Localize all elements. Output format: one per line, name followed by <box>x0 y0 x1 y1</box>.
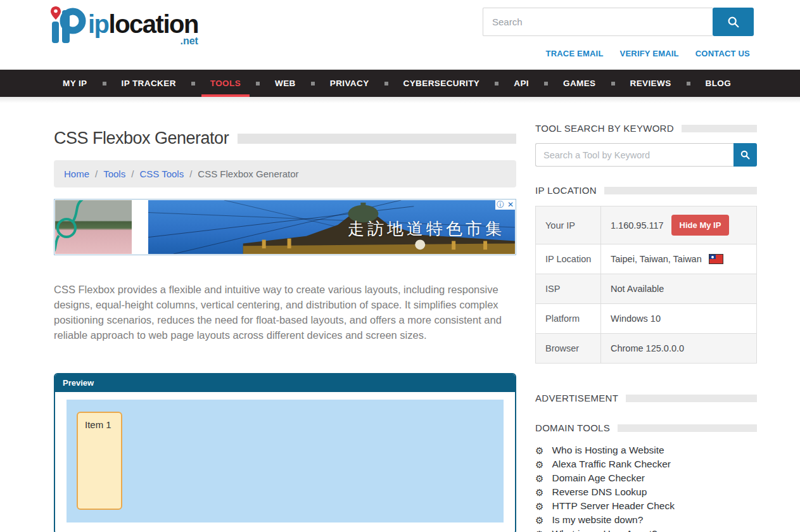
tool-description: CSS Flexbox provides a flexible and intu… <box>54 282 505 343</box>
nav-item-web[interactable]: WEB <box>266 70 305 97</box>
nav-item-ip-tracker[interactable]: IP TRACKER <box>113 70 185 97</box>
adchoices-info-icon[interactable]: ⓘ <box>495 200 505 210</box>
taiwan-flag-icon <box>709 255 723 263</box>
page-content: CSS Flexbox Generator Home / Tools / CSS… <box>0 103 800 532</box>
row-label: IP Location <box>536 244 601 274</box>
nav-separator <box>544 82 548 86</box>
list-item[interactable]: ⚙ Reverse DNS Lookup <box>535 485 757 499</box>
heading-decoration-bar <box>618 424 757 432</box>
gear-icon: ⚙ <box>535 488 543 497</box>
your-ip-value: 1.160.95.117 <box>611 220 664 231</box>
list-item[interactable]: ⚙ Domain Age Checker <box>535 471 757 485</box>
table-row-browser: Browser Chrome 125.0.0.0 <box>536 334 757 364</box>
table-row-ip-location: IP Location Taipei, Taiwan, Taiwan <box>536 244 757 274</box>
nav-item-games[interactable]: GAMES <box>554 70 605 97</box>
nav-separator <box>495 82 498 86</box>
logo-ip-icon <box>48 5 87 51</box>
row-label: Browser <box>536 334 601 364</box>
breadcrumb-home[interactable]: Home <box>64 168 89 179</box>
nav-separator <box>311 82 315 86</box>
tool-search-heading: TOOL SEARCH BY KEYWORD <box>535 123 757 134</box>
list-item[interactable]: ⚙ What is my User Agent? <box>535 527 757 532</box>
site-header: iplocation .net TRACE EMAIL VERIFY EMAIL… <box>0 0 800 70</box>
ad-controls: ⓘ ✕ <box>495 200 516 210</box>
domain-tool-link-website-down[interactable]: Is my website down? <box>552 514 643 526</box>
list-item[interactable]: ⚙ HTTP Server Header Check <box>535 499 757 513</box>
title-row: CSS Flexbox Generator <box>54 129 516 148</box>
sidebar: TOOL SEARCH BY KEYWORD IP LOCATION Your … <box>535 103 757 532</box>
domain-tools-heading: DOMAIN TOOLS <box>535 422 757 433</box>
list-item[interactable]: ⚙ Alexa Traffic Rank Checker <box>535 457 757 471</box>
nav-item-my-ip[interactable]: MY IP <box>54 70 96 97</box>
preview-panel-header: Preview <box>55 374 515 392</box>
gear-icon: ⚙ <box>535 529 543 532</box>
ip-location-value: Taipei, Taiwan, Taiwan <box>611 254 702 264</box>
map-pin-icon <box>51 6 61 20</box>
nav-separator <box>103 82 106 86</box>
main-column: CSS Flexbox Generator Home / Tools / CSS… <box>54 103 516 532</box>
browser-value: Chrome 125.0.0.0 <box>601 334 757 364</box>
heading-decoration-bar <box>682 125 757 132</box>
gear-icon: ⚙ <box>535 502 543 511</box>
preview-panel: Preview Item 1 <box>54 373 516 532</box>
domain-tool-link-hosting[interactable]: Who is Hosting a Website <box>552 445 664 456</box>
flexbox-preview-container: Item 1 <box>67 400 504 522</box>
nav-separator <box>611 82 615 86</box>
site-logo[interactable]: iplocation .net <box>48 5 198 51</box>
list-item[interactable]: ⚙ Who is Hosting a Website <box>535 443 757 457</box>
preview-panel-body: Item 1 <box>55 392 515 532</box>
ad-close-icon[interactable]: ✕ <box>505 200 516 210</box>
nav-item-tools[interactable]: TOOLS <box>201 70 250 97</box>
domain-tools-heading-text: DOMAIN TOOLS <box>535 422 610 433</box>
logo-text-ip: ip <box>88 10 109 38</box>
nav-separator <box>256 82 260 86</box>
ad-doodle-line <box>55 200 132 254</box>
breadcrumb-tools[interactable]: Tools <box>103 168 125 179</box>
domain-tool-link-user-agent[interactable]: What is my User Agent? <box>552 528 657 532</box>
hide-my-ip-button[interactable]: Hide My IP <box>671 215 730 236</box>
advertisement-heading-text: ADVERTISEMENT <box>535 393 618 403</box>
logo-wordmark: iplocation .net <box>88 11 198 47</box>
tool-search-input[interactable] <box>535 143 733 167</box>
header-top-links: TRACE EMAIL VERIFY EMAIL CONTACT US <box>546 49 750 58</box>
nav-item-reviews[interactable]: REVIEWS <box>621 70 680 97</box>
table-row-platform: Platform Windows 10 <box>536 304 757 334</box>
trace-email-link[interactable]: TRACE EMAIL <box>546 49 604 58</box>
header-search-input[interactable] <box>483 8 713 36</box>
gear-icon: ⚙ <box>535 516 543 525</box>
gear-icon: ⚙ <box>535 446 543 455</box>
domain-tool-link-alexa-rank[interactable]: Alexa Traffic Rank Checker <box>552 459 671 470</box>
list-item[interactable]: ⚙ Is my website down? <box>535 513 757 527</box>
row-label: ISP <box>536 274 601 304</box>
platform-value: Windows 10 <box>601 304 757 334</box>
breadcrumb: Home / Tools / CSS Tools / CSS Flexbox G… <box>54 160 516 187</box>
breadcrumb-separator: / <box>95 168 98 179</box>
title-decoration-bar <box>238 134 516 144</box>
ad-photo-building[interactable]: 走訪地道特色市集 <box>148 200 515 254</box>
isp-value: Not Available <box>601 274 757 304</box>
nav-shadow <box>0 97 800 103</box>
nav-item-cybersecurity[interactable]: CYBERSECURITY <box>395 70 489 97</box>
tool-search <box>535 143 757 167</box>
domain-tool-link-domain-age[interactable]: Domain Age Checker <box>552 472 644 484</box>
row-label: Your IP <box>536 206 601 244</box>
flexbox-preview-item-1: Item 1 <box>77 412 122 510</box>
domain-tools-list: ⚙ Who is Hosting a Website ⚙ Alexa Traff… <box>535 443 757 532</box>
breadcrumb-current: CSS Flexbox Generator <box>198 168 298 179</box>
breadcrumb-css-tools[interactable]: CSS Tools <box>139 168 184 179</box>
ad-photo-landscape[interactable] <box>55 200 132 254</box>
domain-tool-link-http-header[interactable]: HTTP Server Header Check <box>552 500 675 512</box>
domain-tool-link-reverse-dns[interactable]: Reverse DNS Lookup <box>552 486 647 498</box>
search-icon <box>740 149 751 160</box>
table-row-isp: ISP Not Available <box>536 274 757 304</box>
table-row-your-ip: Your IP 1.160.95.117 Hide My IP <box>536 206 757 244</box>
verify-email-link[interactable]: VERIFY EMAIL <box>620 49 679 58</box>
tool-search-button[interactable] <box>733 143 757 167</box>
ad-banner[interactable]: 走訪地道特色市集 ⓘ ✕ <box>54 199 516 255</box>
ip-location-table: Your IP 1.160.95.117 Hide My IP IP Locat… <box>535 206 757 364</box>
nav-item-blog[interactable]: BLOG <box>697 70 740 97</box>
nav-item-api[interactable]: API <box>505 70 538 97</box>
nav-item-privacy[interactable]: PRIVACY <box>321 70 378 97</box>
contact-us-link[interactable]: CONTACT US <box>695 49 750 58</box>
header-search-button[interactable] <box>713 8 754 36</box>
